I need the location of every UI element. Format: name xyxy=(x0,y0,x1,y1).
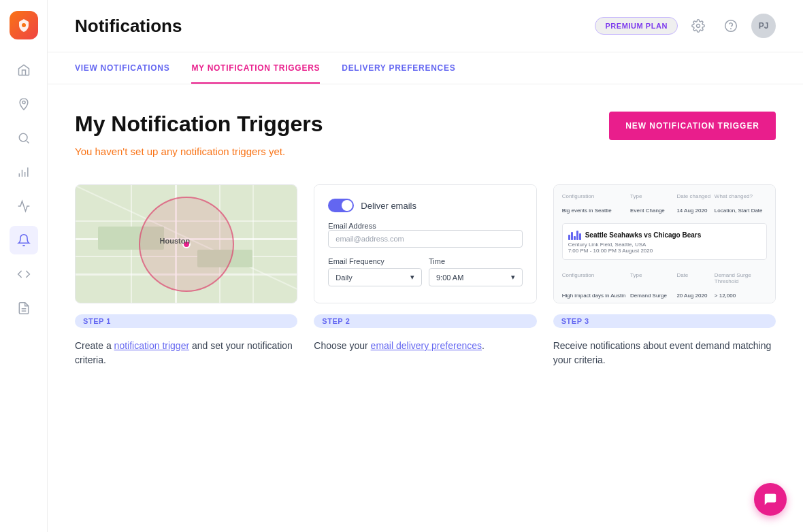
help-button[interactable] xyxy=(719,14,743,38)
tabs-nav: VIEW NOTIFICATIONS MY NOTIFICATION TRIGG… xyxy=(48,52,803,84)
header: Notifications PREMIUM PLAN PJ xyxy=(48,0,803,52)
map-preview: Houston xyxy=(76,185,297,303)
col-type: Type xyxy=(630,193,674,199)
sidebar xyxy=(0,0,48,532)
event-time: 7:00 PM - 10:00 PM 3 August 2020 xyxy=(568,248,761,254)
step-2-preview: Deliver emails Email Address email@addre… xyxy=(314,184,536,303)
email-field-group: Email Address email@address.com xyxy=(328,222,522,248)
date2-value: 20 Aug 2020 xyxy=(676,293,711,299)
step-1-preview: Houston xyxy=(75,184,297,303)
step-2-text: Choose your email delivery preferences. xyxy=(314,339,536,353)
settings-button[interactable] xyxy=(686,14,710,38)
sidebar-item-home[interactable] xyxy=(10,56,38,84)
content-header: My Notification Triggers NEW NOTIFICATIO… xyxy=(75,112,776,140)
new-notification-trigger-button[interactable]: NEW NOTIFICATION TRIGGER xyxy=(609,112,776,140)
freq-group: Email Frequency Daily ▾ xyxy=(328,257,422,286)
event-card: Seattle Seahawks vs Chicago Bears Centur… xyxy=(562,223,767,260)
toggle-row: Deliver emails xyxy=(328,199,522,212)
step-1-text: Create a notification trigger and set yo… xyxy=(75,339,297,367)
app-logo xyxy=(10,11,38,39)
sidebar-item-notifications[interactable] xyxy=(10,226,38,254)
tab-my-triggers[interactable]: MY NOTIFICATION TRIGGERS xyxy=(191,52,320,84)
col2-config: Configuration xyxy=(562,272,627,284)
chat-button[interactable] xyxy=(754,483,787,516)
email-input-preview: email@address.com xyxy=(328,230,522,248)
sidebar-item-search[interactable] xyxy=(10,124,38,152)
svg-point-5 xyxy=(697,24,700,28)
step-2-badge: STEP 2 xyxy=(314,314,536,328)
email-selects: Email Frequency Daily ▾ Time 9:00 AM xyxy=(328,257,522,286)
what-value: Location, Start Date xyxy=(715,207,767,214)
step-2-card: Deliver emails Email Address email@addre… xyxy=(314,184,536,367)
sidebar-item-location[interactable] xyxy=(10,90,38,118)
col-what: What changed? xyxy=(715,193,767,199)
event-title: Seattle Seahawks vs Chicago Bears xyxy=(585,231,702,239)
empty-state-subtitle: You haven't set up any notification trig… xyxy=(75,146,776,157)
email-label: Email Address xyxy=(328,222,522,230)
freq-select: Daily ▾ xyxy=(328,268,422,286)
premium-plan-button[interactable]: PREMIUM PLAN xyxy=(595,17,678,35)
content-area: My Notification Triggers NEW NOTIFICATIO… xyxy=(48,84,803,532)
step-1-link1[interactable]: notification trigger xyxy=(114,340,190,351)
page-title: Notifications xyxy=(75,16,182,37)
step-1-badge: STEP 1 xyxy=(75,314,297,328)
config1-value: Big events in Seattle xyxy=(562,207,627,214)
sidebar-item-chart[interactable] xyxy=(10,158,38,186)
step-3-card: Configuration Type Date changed What cha… xyxy=(553,184,776,367)
tab-delivery-preferences[interactable]: DELIVERY PREFERENCES xyxy=(342,52,455,84)
email-form-preview: Deliver emails Email Address email@addre… xyxy=(314,185,536,300)
col-date: Date changed xyxy=(676,193,711,199)
config2-value: High impact days in Austin xyxy=(562,293,627,299)
time-select: 9:00 AM ▾ xyxy=(429,268,523,286)
col2-type: Type xyxy=(630,272,674,284)
deliver-emails-toggle xyxy=(328,199,354,212)
step-3-text: Receive notifications about event demand… xyxy=(553,339,776,367)
deliver-emails-label: Deliver emails xyxy=(361,201,416,211)
col2-threshold: Demand Surge Threshold xyxy=(715,272,767,284)
step-1-card: Houston STEP 1 Create a notification tri… xyxy=(75,184,297,367)
user-avatar[interactable]: PJ xyxy=(751,14,776,38)
sidebar-item-code[interactable] xyxy=(10,260,38,288)
svg-point-2 xyxy=(19,133,27,142)
data-preview: Configuration Type Date changed What cha… xyxy=(554,185,775,303)
type1-value: Event Change xyxy=(630,207,674,214)
event-venue: Century Link Field, Seattle, USA xyxy=(568,242,761,248)
sidebar-item-activity[interactable] xyxy=(10,192,38,220)
step-2-link1[interactable]: email delivery preferences xyxy=(371,340,482,351)
type2-value: Demand Surge xyxy=(630,293,674,299)
threshold-value: > 12,000 xyxy=(715,293,767,299)
header-actions: PREMIUM PLAN PJ xyxy=(595,14,776,38)
svg-point-0 xyxy=(22,23,26,27)
time-group: Time 9:00 AM ▾ xyxy=(429,257,523,286)
col-config: Configuration xyxy=(562,193,627,199)
tab-view-notifications[interactable]: VIEW NOTIFICATIONS xyxy=(75,52,169,84)
content-title: My Notification Triggers xyxy=(75,112,323,137)
col2-date: Date xyxy=(676,272,711,284)
step-3-preview: Configuration Type Date changed What cha… xyxy=(553,184,776,303)
mini-chart xyxy=(568,229,581,240)
step-3-badge: STEP 3 xyxy=(553,314,776,328)
sidebar-item-document[interactable] xyxy=(10,294,38,322)
date1-value: 14 Aug 2020 xyxy=(676,207,711,214)
svg-point-1 xyxy=(22,101,24,103)
svg-point-6 xyxy=(725,20,737,32)
steps-container: Houston STEP 1 Create a notification tri… xyxy=(75,184,776,367)
main-content: Notifications PREMIUM PLAN PJ VIEW NOTIF… xyxy=(48,0,803,532)
